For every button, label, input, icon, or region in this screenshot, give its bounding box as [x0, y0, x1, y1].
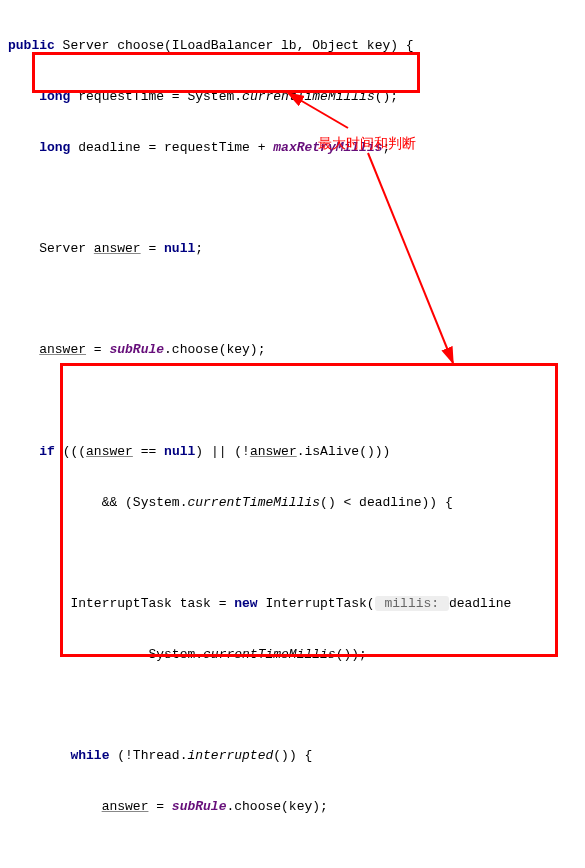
annotation-text: 最大时间和判断 — [318, 130, 416, 157]
field-ref: subRule — [109, 342, 164, 357]
code-text: = — [141, 241, 164, 256]
code-text: requestTime = System. — [70, 89, 242, 104]
code-text: ; — [195, 241, 203, 256]
keyword-new: new — [234, 596, 257, 611]
code-line: && (System.currentTimeMillis() < deadlin… — [8, 490, 577, 515]
var: answer — [86, 444, 133, 459]
method-call: currentTimeMillis — [203, 647, 336, 662]
code-line: - System.currentTimeMillis()); — [8, 642, 577, 667]
code-text: == — [133, 444, 164, 459]
code-line: InterruptTask task = new InterruptTask( … — [8, 591, 577, 616]
code-text: .choose(key); — [164, 342, 265, 357]
code-text: (!Thread. — [109, 748, 187, 763]
code-text: deadline = requestTime + — [70, 140, 273, 155]
blank-line — [8, 844, 577, 868]
code-line: long deadline = requestTime + maxRetryMi… — [8, 135, 577, 160]
keyword-null: null — [164, 444, 195, 459]
blank-line — [8, 185, 577, 210]
var: answer — [102, 799, 149, 814]
var: answer — [250, 444, 297, 459]
method-call: currentTimeMillis — [242, 89, 375, 104]
code-text: ()) { — [273, 748, 312, 763]
code-text: deadline — [449, 596, 511, 611]
code-text: = — [86, 342, 109, 357]
keyword-long: long — [39, 89, 70, 104]
field-ref: subRule — [172, 799, 227, 814]
method-call: interrupted — [187, 748, 273, 763]
keyword-long: long — [39, 140, 70, 155]
code-text: InterruptTask task = — [70, 596, 234, 611]
blank-line — [8, 692, 577, 717]
code-text: ((( — [55, 444, 86, 459]
blank-line — [8, 388, 577, 413]
code-text: .choose(key); — [226, 799, 327, 814]
code-text: ) || (! — [195, 444, 250, 459]
code-text: ()); — [336, 647, 367, 662]
keyword-while: while — [70, 748, 109, 763]
code-text: Server choose(ILoadBalancer lb, Object k… — [55, 38, 414, 53]
keyword-if: if — [39, 444, 55, 459]
code-text: && (System. — [102, 495, 188, 510]
keyword-public: public — [8, 38, 55, 53]
code-text: Server — [39, 241, 94, 256]
code-line: public Server choose(ILoadBalancer lb, O… — [8, 33, 577, 58]
code-line: while (!Thread.interrupted()) { — [8, 743, 577, 768]
code-line: answer = subRule.choose(key); — [8, 337, 577, 362]
var: answer — [94, 241, 141, 256]
code-block: public Server choose(ILoadBalancer lb, O… — [8, 8, 577, 868]
code-line: long requestTime = System.currentTimeMil… — [8, 84, 577, 109]
method-call: currentTimeMillis — [187, 495, 320, 510]
keyword-null: null — [164, 241, 195, 256]
code-line: Server answer = null; — [8, 236, 577, 261]
code-text: () < deadline)) { — [320, 495, 453, 510]
code-text: InterruptTask( — [258, 596, 375, 611]
blank-line — [8, 540, 577, 565]
var: answer — [39, 342, 86, 357]
code-text: = — [148, 799, 171, 814]
blank-line — [8, 287, 577, 312]
code-text: .isAlive())) — [297, 444, 391, 459]
code-text: (); — [375, 89, 398, 104]
code-text: - System. — [133, 647, 203, 662]
param-hint: millis: — [375, 596, 449, 611]
code-line: if (((answer == null) || (!answer.isAliv… — [8, 439, 577, 464]
code-line: answer = subRule.choose(key); — [8, 794, 577, 819]
